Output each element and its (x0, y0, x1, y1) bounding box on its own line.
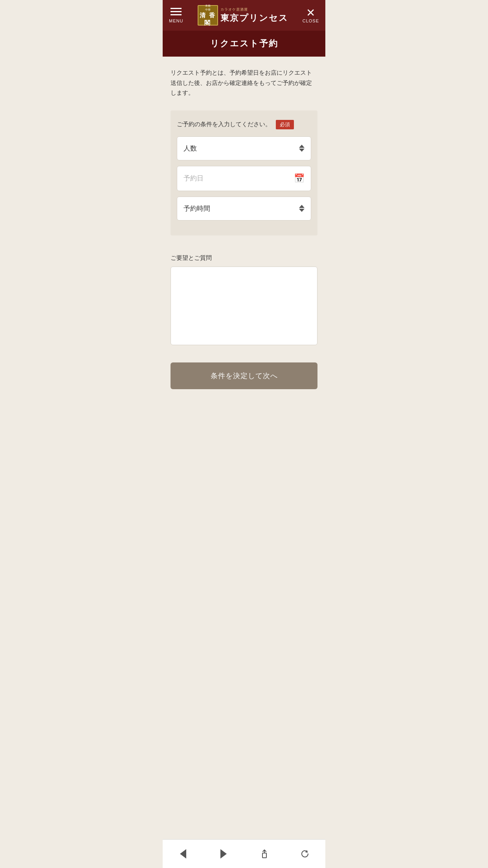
time-spinner-icon (299, 205, 305, 212)
header: MENU 本格 中華 清 香 閣 カラオケ居酒屋 東京プリンセス ✕ CLOSE (163, 0, 325, 31)
submit-section: 条件を決定して次へ (163, 355, 325, 397)
close-label: CLOSE (303, 18, 319, 23)
requests-section: ご要望とご質問 (163, 254, 325, 355)
logo-subtitle: カラオケ居酒屋 (220, 7, 248, 12)
logo-box-top: 本格 (205, 4, 211, 7)
close-x-icon: ✕ (306, 7, 315, 18)
menu-label: MENU (169, 18, 183, 23)
page-title-bar: リクエスト予約 (163, 31, 325, 57)
date-placeholder: 予約日 (183, 174, 204, 183)
form-label-text: ご予約の条件を入力してください。 (177, 121, 271, 128)
guests-label: 人数 (183, 144, 197, 153)
spinner-up-arrow (299, 145, 305, 148)
logo-box-mid: 中華 (205, 8, 211, 11)
hamburger-line-1 (171, 8, 182, 9)
time-label: 予約時間 (183, 204, 210, 213)
spinner-icon (299, 145, 305, 152)
time-field[interactable]: 予約時間 (177, 197, 311, 221)
description-text: リクエスト予約とは、予約希望日をお店にリクエスト送信した後、お店から確定連絡をも… (171, 68, 317, 98)
requests-label: ご要望とご質問 (171, 254, 317, 262)
calendar-icon: 📅 (294, 173, 305, 184)
hamburger-line-2 (171, 11, 182, 12)
form-label-row: ご予約の条件を入力してください。 必須 (177, 120, 311, 129)
form-section: ご予約の条件を入力してください。 必須 人数 予約日 📅 予約時間 (171, 110, 317, 235)
logo-box-main: 清 香 閣 (198, 11, 217, 27)
submit-button[interactable]: 条件を決定して次へ (171, 362, 317, 389)
close-button[interactable]: ✕ CLOSE (303, 7, 319, 23)
page-title: リクエスト予約 (169, 38, 319, 50)
logo-text-right: カラオケ居酒屋 東京プリンセス (220, 7, 288, 24)
main-content: リクエスト予約とは、予約希望日をお店にリクエスト送信した後、お店から確定連絡をも… (163, 57, 325, 254)
time-spinner-up-arrow (299, 205, 305, 208)
hamburger-line-3 (171, 14, 182, 15)
required-badge: 必須 (276, 120, 294, 129)
header-logo: 本格 中華 清 香 閣 カラオケ居酒屋 東京プリンセス (198, 5, 288, 26)
spinner-down-arrow (299, 149, 305, 152)
logo-main-text: 東京プリンセス (220, 12, 288, 24)
guests-field[interactable]: 人数 (177, 136, 311, 160)
time-spinner-down-arrow (299, 209, 305, 212)
logo-box: 本格 中華 清 香 閣 (198, 5, 218, 26)
requests-textarea[interactable] (171, 267, 317, 345)
date-field[interactable]: 予約日 📅 (177, 166, 311, 191)
menu-button[interactable]: MENU (169, 8, 183, 23)
